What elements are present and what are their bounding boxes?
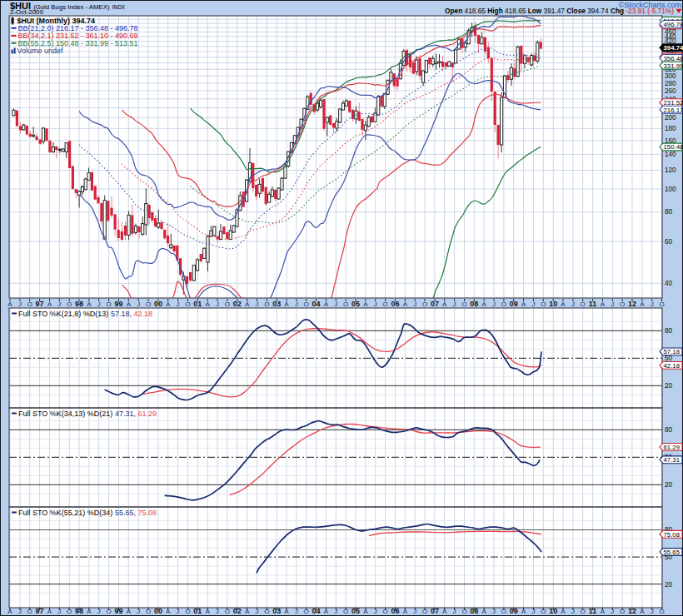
- svg-text:J: J: [334, 301, 337, 308]
- svg-text:180: 180: [665, 125, 676, 132]
- svg-text:A: A: [521, 608, 526, 615]
- svg-text:97: 97: [36, 300, 44, 308]
- svg-text:J: J: [18, 301, 22, 308]
- svg-text:O: O: [501, 301, 506, 308]
- svg-text:J: J: [492, 608, 496, 615]
- svg-text:20: 20: [665, 382, 673, 390]
- svg-text:J: J: [413, 301, 416, 308]
- svg-text:Open 418.65 High 418.65 Low 39: Open 418.65 High 418.65 Low 391.47 Close…: [445, 7, 674, 15]
- svg-text:J: J: [177, 301, 180, 308]
- svg-text:A: A: [284, 301, 289, 308]
- svg-text:47.31: 47.31: [664, 456, 681, 464]
- svg-text:05: 05: [351, 300, 360, 308]
- svg-text:O: O: [185, 301, 190, 308]
- svg-text:120: 120: [665, 166, 676, 174]
- svg-text:07: 07: [431, 607, 439, 615]
- svg-text:J: J: [334, 608, 337, 615]
- svg-text:A: A: [561, 608, 566, 615]
- svg-text:A: A: [640, 608, 645, 615]
- svg-text:00: 00: [154, 607, 162, 615]
- svg-text:A: A: [521, 301, 526, 308]
- svg-text:J: J: [531, 608, 535, 615]
- svg-text:J: J: [531, 301, 535, 308]
- svg-text:80: 80: [665, 327, 673, 335]
- svg-text:O: O: [659, 301, 664, 308]
- svg-text:80: 80: [665, 426, 673, 434]
- svg-text:A: A: [601, 301, 606, 308]
- svg-text:J: J: [256, 608, 259, 615]
- svg-text:O: O: [382, 608, 387, 615]
- svg-text:O: O: [67, 608, 72, 615]
- svg-text:A: A: [403, 608, 408, 615]
- svg-text:J: J: [374, 301, 377, 308]
- svg-text:60: 60: [665, 238, 673, 246]
- svg-text:J: J: [137, 608, 140, 615]
- svg-text:02: 02: [233, 607, 242, 615]
- svg-text:O: O: [501, 608, 506, 615]
- svg-text:A: A: [7, 608, 12, 615]
- svg-text:A: A: [601, 608, 606, 615]
- svg-text:O: O: [146, 608, 151, 615]
- svg-text:O: O: [27, 608, 32, 615]
- svg-text:11: 11: [589, 300, 597, 308]
- svg-text:01: 01: [193, 300, 202, 308]
- svg-text:O: O: [225, 608, 230, 615]
- svg-text:O: O: [106, 608, 111, 615]
- svg-text:A: A: [403, 301, 408, 308]
- svg-text:05: 05: [351, 607, 360, 615]
- svg-text:J: J: [651, 608, 654, 615]
- svg-text:300: 300: [665, 72, 676, 80]
- svg-text:O: O: [620, 301, 625, 308]
- svg-text:J: J: [18, 608, 22, 615]
- svg-text:260: 260: [665, 87, 676, 95]
- svg-text:O: O: [461, 301, 466, 308]
- svg-text:216.17: 216.17: [664, 107, 683, 114]
- svg-text:98: 98: [75, 607, 83, 615]
- svg-text:O: O: [185, 608, 190, 615]
- svg-text:Full STO %K(55,21) %D(34) 55.6: Full STO %K(55,21) %D(34) 55.65, 75.08: [18, 509, 157, 517]
- svg-text:98: 98: [75, 300, 83, 308]
- svg-text:02: 02: [233, 300, 242, 308]
- svg-text:O: O: [304, 301, 309, 308]
- svg-text:A: A: [166, 608, 171, 615]
- svg-text:07: 07: [431, 300, 439, 308]
- svg-text:150.48: 150.48: [664, 143, 683, 151]
- svg-text:03: 03: [272, 607, 281, 615]
- svg-text:J: J: [492, 301, 496, 308]
- svg-text:50: 50: [665, 355, 673, 362]
- svg-text:09: 09: [510, 300, 518, 308]
- svg-text:A: A: [47, 608, 52, 615]
- svg-text:75.08: 75.08: [664, 531, 681, 539]
- svg-text:O: O: [659, 608, 664, 615]
- svg-text:O: O: [620, 608, 625, 615]
- svg-text:A: A: [245, 608, 250, 615]
- svg-text:06: 06: [391, 300, 399, 308]
- svg-text:01: 01: [193, 607, 202, 615]
- svg-text:J: J: [57, 301, 61, 308]
- svg-text:J: J: [177, 608, 180, 615]
- svg-text:O: O: [304, 608, 309, 615]
- svg-text:A: A: [166, 301, 171, 308]
- svg-text:Full STO %K(34,13) %D(21) 47.3: Full STO %K(34,13) %D(21) 47.31, 61.29: [18, 410, 157, 418]
- svg-text:331.99: 331.99: [664, 62, 683, 70]
- svg-text:A: A: [284, 608, 289, 615]
- svg-text:A: A: [482, 301, 487, 308]
- svg-text:08: 08: [470, 300, 478, 308]
- svg-text:O: O: [581, 301, 586, 308]
- svg-text:A: A: [206, 608, 211, 615]
- svg-text:J: J: [571, 301, 575, 308]
- svg-text:J: J: [611, 301, 614, 308]
- svg-text:496.78: 496.78: [664, 21, 683, 28]
- svg-text:O: O: [67, 301, 72, 308]
- svg-text:J: J: [611, 608, 614, 615]
- svg-text:A: A: [87, 301, 92, 308]
- svg-text:20: 20: [665, 581, 673, 589]
- svg-text:40: 40: [665, 280, 673, 287]
- svg-text:A: A: [640, 301, 645, 308]
- svg-text:O: O: [382, 301, 387, 308]
- svg-text:A: A: [324, 301, 329, 308]
- svg-text:J: J: [651, 301, 654, 308]
- svg-text:10: 10: [549, 607, 557, 615]
- svg-text:A: A: [127, 301, 132, 308]
- svg-text:J: J: [453, 608, 456, 615]
